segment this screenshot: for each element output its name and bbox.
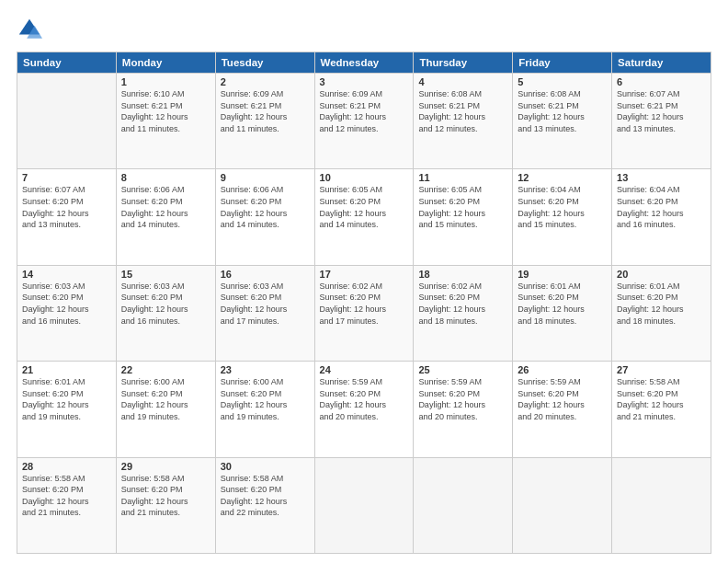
calendar-week-row: 28Sunrise: 5:58 AM Sunset: 6:20 PM Dayli…	[17, 457, 711, 553]
calendar-cell: 27Sunrise: 5:58 AM Sunset: 6:20 PM Dayli…	[612, 362, 711, 457]
calendar-cell: 3Sunrise: 6:09 AM Sunset: 6:21 PM Daylig…	[314, 74, 414, 169]
day-number: 3	[320, 76, 409, 87]
calendar-header-wednesday: Wednesday	[314, 52, 414, 74]
calendar-cell: 29Sunrise: 5:58 AM Sunset: 6:20 PM Dayli…	[116, 457, 215, 553]
day-info: Sunrise: 6:03 AM Sunset: 6:20 PM Dayligh…	[221, 281, 310, 327]
calendar-cell: 8Sunrise: 6:06 AM Sunset: 6:20 PM Daylig…	[116, 169, 215, 265]
day-info: Sunrise: 5:58 AM Sunset: 6:20 PM Dayligh…	[221, 473, 310, 519]
calendar-cell: 13Sunrise: 6:04 AM Sunset: 6:20 PM Dayli…	[612, 169, 711, 265]
calendar-cell: 16Sunrise: 6:03 AM Sunset: 6:20 PM Dayli…	[215, 265, 314, 361]
day-number: 29	[121, 461, 210, 472]
calendar-cell	[513, 457, 612, 553]
calendar-header-thursday: Thursday	[414, 52, 513, 74]
calendar-cell: 18Sunrise: 6:02 AM Sunset: 6:20 PM Dayli…	[414, 265, 513, 361]
calendar-cell: 6Sunrise: 6:07 AM Sunset: 6:21 PM Daylig…	[612, 74, 711, 169]
page: SundayMondayTuesdayWednesdayThursdayFrid…	[0, 0, 728, 563]
calendar-cell: 17Sunrise: 6:02 AM Sunset: 6:20 PM Dayli…	[314, 265, 414, 361]
day-number: 28	[22, 461, 111, 472]
day-info: Sunrise: 6:03 AM Sunset: 6:20 PM Dayligh…	[22, 281, 111, 327]
day-number: 7	[22, 172, 111, 183]
day-info: Sunrise: 6:10 AM Sunset: 6:21 PM Dayligh…	[121, 88, 210, 134]
day-number: 12	[518, 172, 607, 183]
calendar-cell	[612, 457, 711, 553]
calendar-cell: 11Sunrise: 6:05 AM Sunset: 6:20 PM Dayli…	[414, 169, 513, 265]
calendar-cell: 25Sunrise: 5:59 AM Sunset: 6:20 PM Dayli…	[414, 362, 513, 457]
calendar-cell: 24Sunrise: 5:59 AM Sunset: 6:20 PM Dayli…	[314, 362, 414, 457]
day-info: Sunrise: 6:00 AM Sunset: 6:20 PM Dayligh…	[221, 376, 310, 422]
calendar-week-row: 21Sunrise: 6:01 AM Sunset: 6:20 PM Dayli…	[17, 362, 711, 457]
calendar-cell: 5Sunrise: 6:08 AM Sunset: 6:21 PM Daylig…	[513, 74, 612, 169]
day-number: 18	[418, 269, 507, 280]
day-number: 17	[320, 269, 409, 280]
day-number: 15	[121, 269, 210, 280]
day-info: Sunrise: 6:07 AM Sunset: 6:21 PM Dayligh…	[617, 88, 706, 134]
day-number: 25	[418, 364, 507, 375]
header	[17, 17, 711, 42]
calendar-header-friday: Friday	[513, 52, 612, 74]
day-info: Sunrise: 6:01 AM Sunset: 6:20 PM Dayligh…	[617, 281, 706, 327]
day-info: Sunrise: 6:01 AM Sunset: 6:20 PM Dayligh…	[518, 281, 607, 327]
calendar-cell: 20Sunrise: 6:01 AM Sunset: 6:20 PM Dayli…	[612, 265, 711, 361]
day-number: 23	[221, 364, 310, 375]
calendar-cell: 26Sunrise: 5:59 AM Sunset: 6:20 PM Dayli…	[513, 362, 612, 457]
calendar-cell	[17, 74, 117, 169]
calendar-cell: 19Sunrise: 6:01 AM Sunset: 6:20 PM Dayli…	[513, 265, 612, 361]
day-number: 10	[320, 172, 409, 183]
calendar-cell: 7Sunrise: 6:07 AM Sunset: 6:20 PM Daylig…	[17, 169, 117, 265]
calendar-cell: 14Sunrise: 6:03 AM Sunset: 6:20 PM Dayli…	[17, 265, 117, 361]
day-info: Sunrise: 6:02 AM Sunset: 6:20 PM Dayligh…	[418, 281, 507, 327]
calendar-cell: 10Sunrise: 6:05 AM Sunset: 6:20 PM Dayli…	[314, 169, 414, 265]
day-info: Sunrise: 6:08 AM Sunset: 6:21 PM Dayligh…	[418, 88, 507, 134]
day-number: 13	[617, 172, 706, 183]
day-number: 26	[518, 364, 607, 375]
day-number: 20	[617, 269, 706, 280]
day-info: Sunrise: 6:01 AM Sunset: 6:20 PM Dayligh…	[22, 376, 111, 422]
calendar-cell: 23Sunrise: 6:00 AM Sunset: 6:20 PM Dayli…	[215, 362, 314, 457]
day-number: 24	[320, 364, 409, 375]
calendar-header-row: SundayMondayTuesdayWednesdayThursdayFrid…	[17, 52, 711, 74]
day-number: 21	[22, 364, 111, 375]
day-info: Sunrise: 5:59 AM Sunset: 6:20 PM Dayligh…	[320, 376, 409, 422]
day-number: 5	[518, 76, 607, 87]
day-number: 19	[518, 269, 607, 280]
calendar-cell: 15Sunrise: 6:03 AM Sunset: 6:20 PM Dayli…	[116, 265, 215, 361]
day-info: Sunrise: 6:06 AM Sunset: 6:20 PM Dayligh…	[221, 184, 310, 230]
day-info: Sunrise: 6:07 AM Sunset: 6:20 PM Dayligh…	[22, 184, 111, 230]
calendar-cell: 28Sunrise: 5:58 AM Sunset: 6:20 PM Dayli…	[17, 457, 117, 553]
day-info: Sunrise: 6:05 AM Sunset: 6:20 PM Dayligh…	[418, 184, 507, 230]
calendar-cell: 12Sunrise: 6:04 AM Sunset: 6:20 PM Dayli…	[513, 169, 612, 265]
day-number: 14	[22, 269, 111, 280]
day-info: Sunrise: 5:58 AM Sunset: 6:20 PM Dayligh…	[121, 473, 210, 519]
calendar-cell: 21Sunrise: 6:01 AM Sunset: 6:20 PM Dayli…	[17, 362, 117, 457]
calendar-week-row: 1Sunrise: 6:10 AM Sunset: 6:21 PM Daylig…	[17, 74, 711, 169]
day-info: Sunrise: 5:58 AM Sunset: 6:20 PM Dayligh…	[617, 376, 706, 422]
day-info: Sunrise: 6:00 AM Sunset: 6:20 PM Dayligh…	[121, 376, 210, 422]
calendar-header-sunday: Sunday	[17, 52, 117, 74]
day-info: Sunrise: 6:08 AM Sunset: 6:21 PM Dayligh…	[518, 88, 607, 134]
calendar-header-saturday: Saturday	[612, 52, 711, 74]
day-info: Sunrise: 6:05 AM Sunset: 6:20 PM Dayligh…	[320, 184, 409, 230]
calendar-week-row: 14Sunrise: 6:03 AM Sunset: 6:20 PM Dayli…	[17, 265, 711, 361]
calendar-cell	[414, 457, 513, 553]
day-number: 4	[418, 76, 507, 87]
calendar-cell	[314, 457, 414, 553]
day-info: Sunrise: 6:06 AM Sunset: 6:20 PM Dayligh…	[121, 184, 210, 230]
calendar-week-row: 7Sunrise: 6:07 AM Sunset: 6:20 PM Daylig…	[17, 169, 711, 265]
day-number: 27	[617, 364, 706, 375]
day-info: Sunrise: 6:04 AM Sunset: 6:20 PM Dayligh…	[617, 184, 706, 230]
logo	[17, 17, 46, 42]
day-number: 6	[617, 76, 706, 87]
calendar-table: SundayMondayTuesdayWednesdayThursdayFrid…	[17, 52, 711, 554]
calendar-header-monday: Monday	[116, 52, 215, 74]
logo-icon	[17, 17, 42, 42]
day-number: 11	[418, 172, 507, 183]
day-number: 16	[221, 269, 310, 280]
day-info: Sunrise: 6:04 AM Sunset: 6:20 PM Dayligh…	[518, 184, 607, 230]
calendar-cell: 9Sunrise: 6:06 AM Sunset: 6:20 PM Daylig…	[215, 169, 314, 265]
calendar-cell: 2Sunrise: 6:09 AM Sunset: 6:21 PM Daylig…	[215, 74, 314, 169]
day-info: Sunrise: 6:02 AM Sunset: 6:20 PM Dayligh…	[320, 281, 409, 327]
day-number: 22	[121, 364, 210, 375]
day-info: Sunrise: 6:09 AM Sunset: 6:21 PM Dayligh…	[320, 88, 409, 134]
day-number: 8	[121, 172, 210, 183]
calendar-header-tuesday: Tuesday	[215, 52, 314, 74]
